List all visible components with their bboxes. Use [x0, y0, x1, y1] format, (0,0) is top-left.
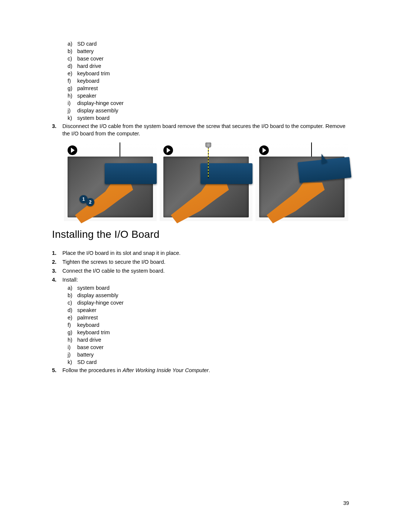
list-item: c)base cover — [68, 55, 349, 62]
list-item: h)speaker — [68, 92, 349, 99]
list-item: g)keyboard trim — [68, 329, 349, 336]
list-item: b)battery — [68, 47, 349, 55]
callout-line — [311, 142, 312, 158]
install-sublist: a)system board b)display assembly c)disp… — [52, 284, 349, 366]
screw-icon — [205, 142, 211, 148]
list-item: h)hard drive — [68, 336, 349, 344]
figure-remove-screw — [160, 142, 252, 221]
install-step-2: 2. Tighten the screws to secure the I/O … — [52, 257, 349, 266]
step-text-post: . — [209, 367, 210, 373]
list-item: j)battery — [68, 351, 349, 358]
section-heading: Installing the I/O Board — [52, 229, 349, 240]
list-item: c)display-hinge cover — [68, 299, 349, 306]
list-item: d)hard drive — [68, 62, 349, 70]
step-text: Disconnect the I/O cable from the system… — [62, 122, 349, 137]
list-item: b)display assembly — [68, 292, 349, 299]
play-icon — [68, 145, 77, 155]
install-step-1: 1. Place the I/O board in its slot and s… — [52, 249, 349, 257]
figure-lift-board — [255, 142, 348, 221]
list-item: d)speaker — [68, 306, 349, 314]
removal-step-3: 3. Disconnect the I/O cable from the sys… — [52, 122, 349, 138]
list-item: i)base cover — [68, 344, 349, 351]
cross-reference: After Working Inside Your Computer — [123, 367, 209, 373]
list-item: f)keyboard — [68, 321, 349, 329]
play-icon — [163, 145, 173, 155]
page-number: 39 — [343, 500, 349, 506]
screw-path — [208, 142, 209, 178]
list-item: j)display assembly — [68, 107, 349, 114]
list-item: a)SD card — [68, 40, 349, 47]
callout-marker-2: 2 — [86, 198, 94, 206]
install-steps: 1. Place the I/O board in its slot and s… — [52, 249, 349, 284]
install-step-5: 5. Follow the procedures in After Workin… — [52, 366, 349, 375]
step-text-pre: Follow the procedures in — [62, 367, 123, 373]
play-icon — [259, 145, 269, 155]
list-item: e)keyboard trim — [68, 70, 349, 77]
list-item: f)keyboard — [68, 77, 349, 85]
install-step-4: 4. Install: — [52, 275, 349, 284]
figure-row: 1 2 — [64, 142, 349, 221]
list-item: i)display-hinge cover — [68, 99, 349, 107]
list-item: k)system board — [68, 114, 349, 122]
step-number: 3. — [52, 122, 57, 137]
list-item: e)palmrest — [68, 314, 349, 321]
figure-disconnect-cable: 1 2 — [64, 142, 157, 221]
removal-sublist: a)SD card b)battery c)base cover d)hard … — [52, 40, 349, 122]
install-step-3: 3. Connect the I/O cable to the system b… — [52, 266, 349, 275]
callout-line — [120, 142, 120, 158]
page-content: a)SD card b)battery c)base cover d)hard … — [52, 40, 349, 375]
list-item: k)SD card — [68, 358, 349, 366]
list-item: a)system board — [68, 284, 349, 292]
list-item: g)palmrest — [68, 85, 349, 92]
